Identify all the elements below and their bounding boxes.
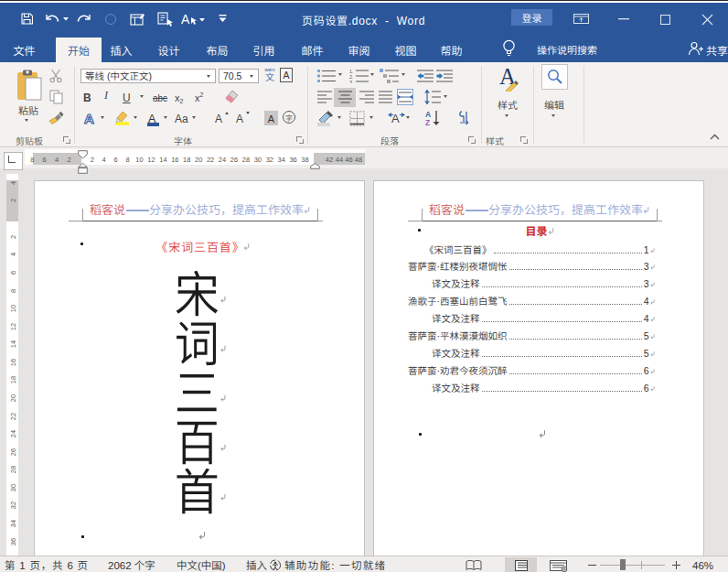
svg-text:3.: 3. — [349, 80, 354, 84]
svg-text:A: A — [391, 112, 400, 125]
svg-text:Z: Z — [425, 118, 430, 126]
svg-text:A: A — [181, 12, 190, 27]
